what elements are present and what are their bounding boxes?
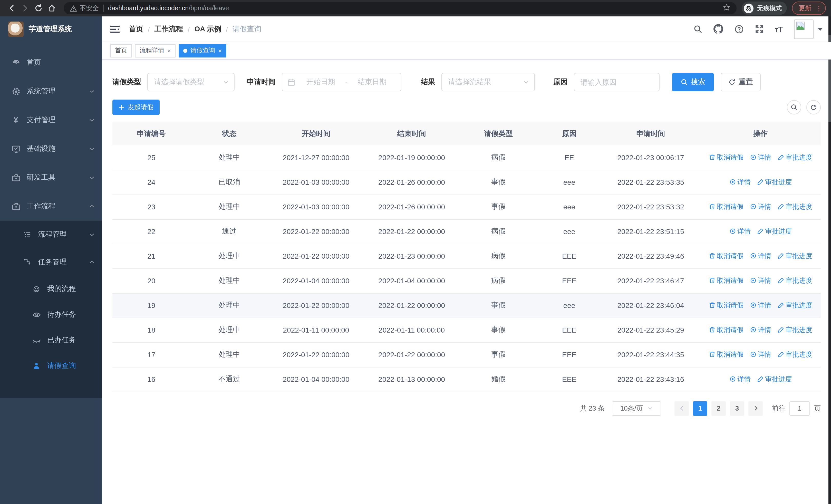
leave-table: 申请编号 状态 开始时间 结束时间 请假类型 原因 申请时间 操作 25处理中2…: [112, 122, 821, 392]
leave-type-select[interactable]: 请选择请假类型: [147, 73, 235, 91]
approval-progress-link[interactable]: 审批进度: [777, 301, 812, 310]
update-button[interactable]: 更新 ⋮: [792, 2, 826, 15]
page-size-select[interactable]: 10条/页: [612, 401, 661, 415]
sidebar-item-my-process[interactable]: 我的流程: [0, 276, 102, 302]
detail-link[interactable]: 详情: [729, 227, 751, 236]
tags-view: 首页 流程详情 × 请假查询 ×: [102, 42, 831, 60]
cancel-leave-link[interactable]: 取消请假: [709, 301, 744, 310]
approval-progress-link[interactable]: 审批进度: [777, 350, 812, 359]
detail-link[interactable]: 详情: [750, 276, 771, 285]
detail-link[interactable]: 详情: [729, 178, 751, 187]
breadcrumb-workflow[interactable]: 工作流程: [154, 24, 183, 34]
approval-progress-link[interactable]: 审批进度: [757, 227, 792, 236]
reason-input[interactable]: [580, 78, 653, 86]
cell-operations: 取消请假详情审批进度: [700, 145, 821, 170]
reset-button[interactable]: 重置: [721, 73, 761, 91]
chevron-down-icon: [89, 175, 95, 181]
create-leave-button[interactable]: 发起请假: [112, 99, 160, 115]
sidebar-item-process-mgmt[interactable]: 流程管理: [0, 221, 102, 248]
approval-progress-link[interactable]: 审批进度: [777, 153, 812, 162]
detail-link[interactable]: 详情: [750, 350, 771, 359]
sidebar-item-infrastructure[interactable]: 基础设施: [0, 135, 102, 163]
result-select[interactable]: 请选择流结果: [441, 73, 535, 91]
avatar[interactable]: [794, 19, 813, 39]
detail-link[interactable]: 详情: [750, 251, 771, 261]
cell-apply-time: 2022-01-22 23:49:46: [601, 244, 700, 268]
breadcrumb-home[interactable]: 首页: [129, 24, 143, 34]
cell-start-time: 2022-01-03 00:00:00: [268, 195, 364, 219]
sidebar-collapse-icon[interactable]: [110, 25, 120, 33]
cell-operations: 详情审批进度: [700, 367, 821, 392]
approval-progress-link[interactable]: 审批进度: [777, 276, 812, 285]
cell-start-time: 2022-01-11 00:00:00: [268, 318, 364, 342]
sidebar-item-workflow[interactable]: 工作流程: [0, 192, 102, 221]
home-icon[interactable]: [45, 2, 58, 15]
page-button-2[interactable]: 2: [711, 401, 726, 415]
sidebar-item-home[interactable]: 首页: [0, 48, 102, 77]
tab-leave-query[interactable]: 请假查询 ×: [179, 44, 226, 57]
detail-link[interactable]: 详情: [750, 202, 771, 211]
sidebar-item-devtools[interactable]: 研发工具: [0, 163, 102, 192]
app-title: 芋道管理系统: [29, 25, 72, 34]
action-label: 取消请假: [717, 202, 744, 211]
github-icon[interactable]: [713, 24, 723, 34]
address-bar[interactable]: 不安全 dashboard.yudao.iocoder.cn/bpm/oa/le…: [64, 2, 737, 14]
toggle-search-button[interactable]: [787, 100, 801, 114]
approval-progress-link[interactable]: 审批进度: [757, 178, 792, 187]
cancel-leave-link[interactable]: 取消请假: [709, 251, 744, 261]
fullscreen-icon[interactable]: [755, 25, 764, 33]
search-icon[interactable]: [693, 25, 702, 33]
breadcrumb-oa-example[interactable]: OA 示例: [195, 24, 222, 34]
cell-leave-type: 病假: [459, 268, 537, 293]
search-button[interactable]: 搜索: [672, 73, 714, 91]
tab-home[interactable]: 首页: [110, 44, 132, 57]
sidebar-item-label: 系统管理: [27, 87, 55, 96]
approval-progress-link[interactable]: 审批进度: [777, 251, 812, 261]
sidebar-item-system[interactable]: 系统管理: [0, 77, 102, 106]
cancel-leave-link[interactable]: 取消请假: [709, 153, 744, 162]
detail-link[interactable]: 详情: [750, 325, 771, 335]
sidebar-item-label: 请假查询: [47, 361, 76, 370]
page-button-1[interactable]: 1: [693, 401, 707, 415]
chevron-down-icon: [89, 88, 95, 94]
browser-menu-icon[interactable]: ⋮: [815, 4, 822, 12]
detail-link[interactable]: 详情: [729, 375, 751, 384]
next-page-button[interactable]: [748, 401, 763, 415]
action-label: 审批进度: [765, 375, 792, 384]
content: 请假类型 请选择请假类型 申请时间 开始日期 - 结束日期 结果: [102, 60, 831, 504]
sidebar-item-todo-tasks[interactable]: 待办任务: [0, 302, 102, 327]
reload-icon[interactable]: [32, 2, 45, 15]
sidebar-item-leave-query[interactable]: 请假查询: [0, 353, 102, 379]
url-path: /bpm/oa/leave: [189, 5, 229, 12]
approval-progress-link[interactable]: 审批进度: [777, 325, 812, 335]
tab-label: 流程详情: [140, 46, 164, 55]
col-reason: 原因: [537, 122, 601, 145]
font-size-icon[interactable]: TT: [775, 25, 783, 33]
page-button-3[interactable]: 3: [730, 401, 744, 415]
approval-progress-link[interactable]: 审批进度: [777, 202, 812, 211]
help-icon[interactable]: [734, 24, 744, 34]
detail-link[interactable]: 详情: [750, 301, 771, 310]
close-icon[interactable]: ×: [167, 47, 171, 54]
apply-time-range-picker[interactable]: 开始日期 - 结束日期: [282, 73, 401, 91]
cancel-leave-link[interactable]: 取消请假: [709, 202, 744, 211]
refresh-table-button[interactable]: [806, 100, 821, 114]
sidebar-item-task-mgmt[interactable]: 任务管理: [0, 248, 102, 276]
start-date-placeholder[interactable]: 开始日期: [297, 78, 344, 87]
approval-progress-link[interactable]: 审批进度: [757, 375, 792, 384]
sidebar-item-done-tasks[interactable]: 已办任务: [0, 327, 102, 353]
sidebar-item-payment[interactable]: ¥ 支付管理: [0, 106, 102, 135]
goto-page-input[interactable]: [790, 401, 810, 415]
action-label: 审批进度: [785, 202, 812, 211]
close-icon[interactable]: ×: [218, 47, 222, 54]
bookmark-star-icon[interactable]: [723, 4, 730, 13]
cancel-leave-link[interactable]: 取消请假: [709, 325, 744, 335]
cancel-leave-link[interactable]: 取消请假: [709, 276, 744, 285]
back-icon[interactable]: [5, 2, 19, 15]
detail-link[interactable]: 详情: [750, 153, 771, 162]
avatar-caret-icon[interactable]: [818, 27, 823, 31]
end-date-placeholder[interactable]: 结束日期: [349, 78, 396, 87]
page-scrollbar[interactable]: [828, 17, 831, 504]
tab-process-detail[interactable]: 流程详情 ×: [135, 44, 175, 57]
cancel-leave-link[interactable]: 取消请假: [709, 350, 744, 359]
